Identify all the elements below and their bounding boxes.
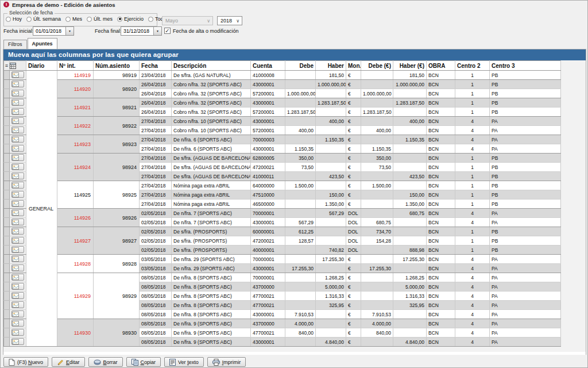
row-detail-button[interactable] (11, 292, 24, 299)
cell-obra[interactable]: BCN (427, 126, 455, 135)
num-asiento-cell[interactable]: 98925 (94, 181, 140, 209)
radio-option-2[interactable]: Mes (65, 16, 82, 22)
month-select[interactable]: Mayo ∨ (162, 16, 213, 25)
cell-haber[interactable] (316, 154, 346, 163)
cell-debe[interactable]: 1.283.187,50 (285, 108, 316, 117)
cell-c2[interactable]: 1 (455, 154, 490, 163)
radio-option-1[interactable]: Últ. semana (26, 16, 61, 22)
cell-habereur[interactable] (393, 89, 427, 98)
cell-c2[interactable]: 4 (455, 117, 490, 126)
cell-obra[interactable]: BCN (427, 227, 455, 236)
row-selector[interactable] (4, 273, 10, 282)
cell-obra[interactable]: BCN (427, 108, 455, 117)
row-detail-button[interactable] (11, 237, 24, 244)
row-selector[interactable] (4, 135, 10, 144)
row-detail-button[interactable] (11, 338, 24, 345)
cell-obra[interactable]: BCN (427, 98, 455, 108)
row-detail-button[interactable] (11, 320, 24, 327)
cell-desc[interactable]: De n/fra. 9 (SPORTS ABC) (172, 319, 251, 328)
cell-c3[interactable]: PA (490, 273, 561, 282)
cell-debeeur[interactable] (361, 246, 393, 255)
row-selector[interactable] (4, 144, 10, 154)
cell-debeeur[interactable] (361, 200, 393, 209)
cell-habereur[interactable]: 17.255,30 (393, 255, 427, 264)
num-asiento-cell[interactable]: 98919 (94, 71, 140, 80)
cell-habereur[interactable] (393, 328, 427, 338)
cell-debeeur[interactable]: 73,50 (361, 163, 393, 172)
cell-obra[interactable]: BCN (427, 144, 455, 154)
imprimir-button[interactable]: Imprimir (207, 357, 246, 367)
cell-desc[interactable]: Cobro n/fra. 32 (SPORTS ABC) (172, 108, 251, 117)
cell-cuenta[interactable]: 43700000 (251, 282, 285, 292)
cell-fecha[interactable]: 08/05/2018 (140, 301, 172, 310)
cell-c3[interactable]: PB (490, 200, 561, 209)
cell-desc[interactable]: De s/fra. (GAS NATURAL) (172, 71, 251, 80)
row-selector[interactable] (4, 80, 10, 89)
cell-mon[interactable]: DOL (346, 218, 361, 227)
cell-habereur[interactable] (393, 310, 427, 319)
cell-c3[interactable]: PB (490, 163, 561, 172)
cell-c2[interactable]: 4 (455, 209, 490, 218)
cell-habereur[interactable]: 4.840,00 (393, 338, 427, 347)
cell-habereur[interactable]: 181,50 (393, 71, 427, 80)
cell-habereur[interactable]: 1.268,25 (393, 273, 427, 282)
cell-c2[interactable]: 1 (455, 236, 490, 246)
cell-c3[interactable]: PB (490, 190, 561, 200)
cell-debeeur[interactable]: 400,00 (361, 126, 393, 135)
cell-haber[interactable]: 17.255,30 (316, 255, 346, 264)
cell-c3[interactable]: PB (490, 236, 561, 246)
ver-texto-button[interactable]: Ver texto (164, 357, 204, 367)
row-detail-button[interactable] (11, 71, 24, 78)
f3-nuevo-button[interactable]: (F3) Nuevo (3, 357, 48, 367)
cell-c3[interactable]: PB (490, 227, 561, 236)
cell-fecha[interactable]: 02/05/2018 (140, 209, 172, 218)
cell-fecha[interactable]: 26/04/2018 (140, 80, 172, 89)
cell-obra[interactable]: BCN (427, 181, 455, 190)
cell-c2[interactable]: 1 (455, 98, 490, 108)
cell-cuenta[interactable]: 57200001 (251, 108, 285, 117)
cell-fecha[interactable]: 02/05/2018 (140, 227, 172, 236)
cell-desc[interactable]: De n/fra. 9 (SPORTS ABC) (172, 328, 251, 338)
num-int-cell[interactable]: 114923 (57, 135, 94, 154)
cell-debe[interactable] (285, 135, 316, 144)
num-int-cell[interactable]: 114928 (57, 255, 94, 273)
column-header-cuenta[interactable]: Cuenta (251, 61, 285, 71)
cell-c2[interactable]: 1 (455, 190, 490, 200)
cell-habereur[interactable]: 1.316,33 (393, 292, 427, 301)
cell-obra[interactable]: BCN (427, 292, 455, 301)
cell-desc[interactable]: De n/fra. 29 (SPORTS ABC) (172, 264, 251, 273)
cell-desc[interactable]: De s/fra. (PROSPORTS) (172, 236, 251, 246)
cell-debeeur[interactable] (361, 190, 393, 200)
cell-debe[interactable] (285, 98, 316, 108)
alta-checkbox[interactable]: ✓ (164, 28, 171, 34)
cell-c3[interactable]: PB (490, 108, 561, 117)
cell-c3[interactable]: PA (490, 144, 561, 154)
cell-c2[interactable]: 4 (455, 135, 490, 144)
cell-mon[interactable]: € (346, 190, 361, 200)
cell-c3[interactable]: PA (490, 310, 561, 319)
cell-debe[interactable] (285, 255, 316, 264)
cell-c2[interactable]: 4 (455, 328, 490, 338)
cell-cuenta[interactable]: 43000001 (251, 80, 285, 89)
row-detail-button[interactable] (11, 154, 24, 161)
cell-habereur[interactable]: 5.000,00 (393, 282, 427, 292)
cell-fecha[interactable]: 27/04/2018 (140, 144, 172, 154)
cell-haber[interactable]: 423,50 (316, 172, 346, 181)
cell-haber[interactable] (316, 89, 346, 98)
cell-fecha[interactable]: 08/05/2018 (140, 338, 172, 347)
cell-c2[interactable]: 4 (455, 144, 490, 154)
num-asiento-cell[interactable]: 98927 (94, 227, 140, 255)
fecha-inicial-combo[interactable]: 01/01/2018 ▼ (33, 26, 74, 36)
cell-mon[interactable]: € (346, 301, 361, 310)
cell-debe[interactable] (285, 292, 316, 301)
cell-mon[interactable]: € (346, 292, 361, 301)
num-int-cell[interactable]: 114926 (57, 209, 94, 227)
cell-cuenta[interactable]: 57200001 (251, 89, 285, 98)
radio-option-3[interactable]: Últ. mes (87, 16, 113, 22)
cell-obra[interactable]: BCN (427, 71, 455, 80)
row-selector[interactable] (4, 154, 10, 163)
cell-obra[interactable]: BCN (427, 255, 455, 264)
cell-cuenta[interactable]: 43000001 (251, 264, 285, 273)
cell-debeeur[interactable]: 1.500,00 (361, 181, 393, 190)
cell-fecha[interactable]: 27/04/2018 (140, 135, 172, 144)
